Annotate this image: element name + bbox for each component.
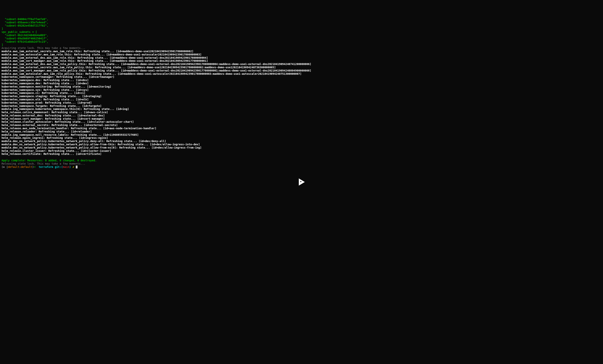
state-lock-msg: Acquiring state lock. This may take a fe…: [1, 46, 85, 50]
output-line: "subnet-04084cff6a7faefe6",: [1, 18, 48, 21]
refresh-state-block: module.aws_iam_external_secrets.aws_iam_…: [1, 50, 602, 159]
refresh-state-line: module.dev_ns_network_policy.kubernetes_…: [1, 143, 200, 146]
refresh-state-line: module.aws_iam_cert_manager.aws_iam_role…: [1, 59, 208, 62]
refresh-state-line: module.aws_iam_external_secrets.aws_iam_…: [1, 66, 276, 69]
refresh-state-line: kubernetes_namespace.ci: Refreshing stat…: [1, 91, 85, 94]
output-line: ]: [1, 27, 3, 30]
output-line: ]: [1, 43, 3, 46]
output-line: "subnet-0b2c6d2484bb4a8b5",: [1, 34, 48, 37]
refresh-state-line: module.ing_namespace.null_resource.label…: [1, 133, 139, 136]
kube-context-ns: default: [8, 165, 19, 168]
refresh-state-line: kubernetes_namespace.sys: Refreshing sta…: [1, 88, 89, 91]
refresh-state-line: helm_release.calico_daemonset: Refreshin…: [1, 111, 108, 114]
apply-complete-msg: Apply complete! Resources: 0 added, 0 ch…: [1, 159, 97, 162]
refresh-state-line: helm_release.cluster_autoscaler: Refresh…: [1, 120, 134, 123]
refresh-state-line: kubernetes_namespace.staging: Refreshing…: [1, 95, 102, 98]
git-dirty-icon: ✗: [72, 165, 74, 168]
refresh-state-line: kubernetes_namespace.prod: Refreshing st…: [1, 101, 92, 104]
refresh-state-line: kubernetes_namespace.elk: Refreshing sta…: [1, 98, 89, 101]
refresh-state-line: module.aws_iam_autoscaler.aws_iam_role.t…: [1, 53, 201, 56]
refresh-state-line: helm_release.external_secrets: Refreshin…: [1, 123, 118, 127]
refresh-state-line: helm_release.cluster_issuer: Refreshing …: [1, 149, 111, 152]
kube-context-open: (⎈ |: [1, 165, 8, 168]
refresh-state-line: kubernetes_namespace.fargate: Refreshing…: [1, 104, 102, 108]
output-line: vpc_public_subnets = [: [1, 30, 37, 33]
refresh-state-line: module.dev_ns_network_policy.kubernetes_…: [1, 146, 201, 149]
refresh-state-line: helm_release.external_dns: Refreshing st…: [1, 114, 105, 117]
refresh-state-line: helm_release.aws_node_termination_handle…: [1, 127, 156, 130]
prompt-line[interactable]: (⎈ |default:default)➜ terraform git:(mai…: [1, 165, 78, 168]
prompt-directory: terraform: [39, 165, 53, 168]
terminal-output: "subnet-04084cff6a7faefe6", "subnet-05ba…: [1, 14, 602, 168]
refresh-state-line: module.dev_ns_network_policy.kubernetes_…: [1, 140, 166, 143]
play-button[interactable]: [296, 176, 307, 188]
refresh-state-line: helm_release.certificate: Refreshing sta…: [1, 152, 102, 155]
refresh-state-line: module.ing_namespace.kubernetes_namespac…: [1, 108, 129, 110]
refresh-state-line: module.aws_iam_external_dns.aws_iam_role…: [1, 56, 208, 59]
refresh-state-line: helm_release.cert_manager: Refreshing st…: [1, 117, 105, 120]
refresh-state-line: kubernetes_namespace.dns: Refreshing sta…: [1, 78, 89, 82]
release-lock-msg: Releasing state lock. This may take a fe…: [1, 162, 85, 165]
git-suffix: ): [69, 165, 71, 168]
refresh-state-line: kubernetes_namespace.dev: Refreshing sta…: [1, 82, 89, 85]
cursor-icon: [76, 165, 78, 168]
refresh-state-line: kubernetes_namespace.monitoring: Refresh…: [1, 85, 111, 88]
kube-context-colon: :: [19, 165, 21, 168]
refresh-state-line: kubernetes_namespace.certmanager: Refres…: [1, 75, 115, 78]
refresh-state-line: helm_release.reloader: Refreshing state.…: [1, 130, 92, 133]
git-branch: main: [63, 165, 69, 168]
play-icon: [297, 177, 306, 187]
kube-context-cluster: default: [21, 165, 32, 168]
git-prefix: git:(: [55, 165, 63, 168]
refresh-state-line: module.aws_iam_external_secrets.aws_iam_…: [1, 50, 194, 53]
refresh-state-line: module.aws_iam_autoscaler.aws_iam_role_p…: [1, 72, 302, 75]
output-line: "subnet-05baeecc95efe4eed",: [1, 21, 48, 24]
output-line: "subnet-09a5669f46025841f",: [1, 37, 48, 40]
refresh-state-line: helm_release.nginx_ingress: Refreshing s…: [1, 136, 108, 139]
output-line: "subnet-09282e458d7217f02",: [1, 24, 48, 27]
prompt-arrow-icon: ➜: [34, 165, 35, 168]
refresh-state-line: module.aws_iam_cert_manager.aws_iam_role…: [1, 69, 311, 72]
output-line: "subnet-07b141abbb2df5c23",: [1, 40, 48, 43]
refresh-state-line: module.aws_iam_external_dns.aws_iam_role…: [1, 63, 311, 66]
kube-context-close: ): [32, 165, 34, 168]
